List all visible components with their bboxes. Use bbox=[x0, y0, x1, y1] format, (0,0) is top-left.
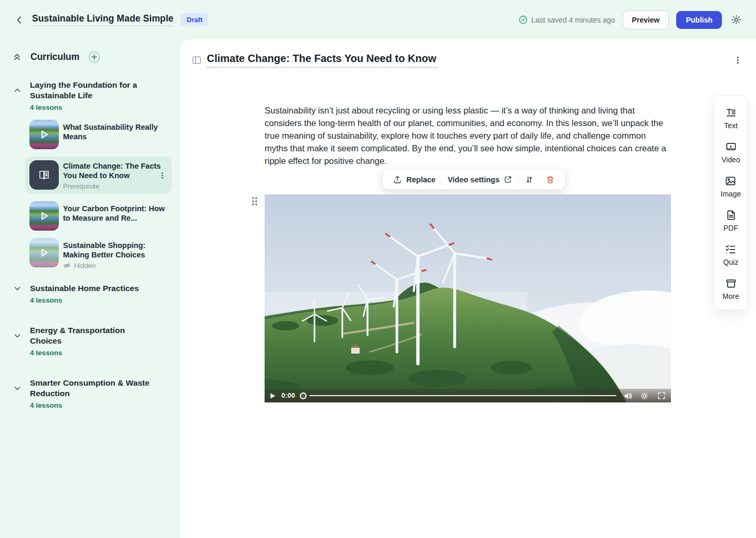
kebab-menu-icon bbox=[734, 56, 742, 64]
play-overlay-icon bbox=[29, 120, 59, 149]
pdf-block-icon bbox=[725, 209, 737, 221]
chevron-left-icon bbox=[15, 15, 24, 25]
sidebar-toggle-button[interactable] bbox=[190, 54, 203, 67]
curriculum-section: Sustainable Home Practices 4 lessons bbox=[13, 283, 172, 304]
lesson-hidden-status: Hidden bbox=[63, 262, 165, 270]
quiz-block-icon bbox=[724, 243, 737, 255]
lesson-title: Sustainable Shopping: Making Better Choi… bbox=[63, 241, 165, 260]
replace-label: Replace bbox=[406, 175, 436, 184]
palette-item-quiz[interactable]: Quiz bbox=[723, 243, 739, 266]
drag-dots-icon bbox=[251, 196, 258, 206]
palette-item-video[interactable]: Video bbox=[721, 141, 740, 164]
lesson-subtitle: Prerequisite bbox=[63, 182, 165, 190]
expand-section-button[interactable] bbox=[13, 384, 22, 393]
block-palette: Text Video Image PDF Quiz More bbox=[714, 95, 748, 310]
video-player[interactable]: 0:00 bbox=[265, 194, 671, 402]
palette-label: Video bbox=[721, 156, 740, 164]
eye-off-icon bbox=[63, 262, 71, 270]
fullscreen-button[interactable] bbox=[657, 391, 666, 400]
gear-icon bbox=[640, 391, 649, 400]
topbar-actions: Last saved 4 minutes ago Preview Publish bbox=[519, 11, 743, 29]
section-title: Sustainable Home Practices bbox=[30, 283, 151, 294]
gear-icon bbox=[731, 14, 742, 25]
lesson-paragraph[interactable]: Sustainability isn’t just about recyclin… bbox=[265, 104, 671, 167]
text-block-icon bbox=[725, 107, 737, 119]
lesson-menu-button[interactable] bbox=[158, 171, 166, 180]
chevron-down-icon bbox=[13, 384, 22, 392]
lesson-page-title[interactable]: Climate Change: The Facts You Need to Kn… bbox=[207, 53, 436, 68]
open-book-icon bbox=[37, 168, 51, 182]
lesson-video-thumbnail bbox=[29, 120, 59, 149]
play-icon bbox=[269, 392, 276, 399]
preview-button[interactable]: Preview bbox=[623, 11, 669, 29]
panel-toggle-icon bbox=[192, 55, 202, 65]
settings-button[interactable] bbox=[729, 13, 743, 27]
lesson-options-button[interactable] bbox=[733, 56, 742, 65]
sort-arrows-icon bbox=[524, 175, 534, 184]
palette-item-text[interactable]: Text bbox=[724, 107, 738, 130]
collapse-section-button[interactable] bbox=[13, 86, 22, 95]
status-badge: Draft bbox=[181, 13, 208, 26]
add-section-button[interactable] bbox=[88, 51, 100, 63]
lesson-subtitle: Hidden bbox=[74, 262, 96, 270]
lesson-item-selected[interactable]: Climate Change: The Facts You Need to Kn… bbox=[25, 157, 172, 194]
video-block-toolbar: Replace Video settings bbox=[382, 169, 565, 190]
play-overlay-icon bbox=[29, 201, 59, 231]
lesson-title: Climate Change: The Facts You Need to Kn… bbox=[63, 161, 165, 180]
volume-button[interactable] bbox=[623, 391, 632, 400]
save-status-text: Last saved 4 minutes ago bbox=[531, 16, 615, 24]
palette-label: Text bbox=[724, 121, 738, 130]
double-chevron-up-icon bbox=[13, 53, 22, 61]
lesson-item[interactable]: Your Carbon Footprint: How to Measure an… bbox=[29, 201, 172, 231]
trash-icon bbox=[545, 175, 555, 184]
volume-icon bbox=[623, 391, 632, 400]
curriculum-section: Smarter Consumption & Waste Reduction 4 … bbox=[13, 378, 172, 409]
section-lesson-count: 4 lessons bbox=[30, 401, 172, 409]
section-lesson-count: 4 lessons bbox=[30, 349, 172, 357]
section-header[interactable]: Smarter Consumption & Waste Reduction bbox=[13, 378, 172, 399]
palette-label: PDF bbox=[723, 224, 738, 232]
section-header[interactable]: Energy & Transportation Choices bbox=[13, 325, 172, 346]
chevron-up-icon bbox=[13, 86, 22, 95]
video-settings-label: Video settings bbox=[448, 175, 500, 184]
progress-track[interactable] bbox=[309, 395, 616, 396]
section-title: Energy & Transportation Choices bbox=[30, 325, 151, 346]
expand-section-button[interactable] bbox=[13, 332, 22, 340]
block-drag-handle[interactable] bbox=[251, 196, 258, 206]
lesson-item[interactable]: What Sustainability Really Means bbox=[29, 120, 172, 149]
section-title: Smarter Consumption & Waste Reduction bbox=[30, 378, 151, 399]
lesson-reading-tile bbox=[29, 160, 59, 190]
curriculum-section: Energy & Transportation Choices 4 lesson… bbox=[13, 325, 172, 357]
external-link-icon bbox=[503, 175, 512, 184]
check-circle-icon bbox=[519, 15, 528, 24]
section-header[interactable]: Sustainable Home Practices bbox=[13, 283, 172, 294]
publish-button[interactable]: Publish bbox=[676, 11, 722, 29]
course-title[interactable]: Sustainable Living Made Simple bbox=[32, 13, 173, 26]
video-settings-gear-button[interactable] bbox=[640, 391, 649, 400]
replace-video-button[interactable]: Replace bbox=[387, 170, 442, 189]
play-button[interactable] bbox=[269, 392, 277, 399]
chevron-down-icon bbox=[13, 284, 22, 293]
chevron-down-icon bbox=[13, 332, 22, 340]
delete-block-button[interactable] bbox=[540, 170, 561, 189]
back-button[interactable] bbox=[13, 14, 26, 26]
section-lesson-count: 4 lessons bbox=[30, 296, 172, 304]
expand-section-button[interactable] bbox=[13, 284, 22, 293]
scrubber-knob[interactable] bbox=[300, 392, 307, 399]
move-block-button[interactable] bbox=[519, 170, 540, 189]
palette-item-pdf[interactable]: PDF bbox=[723, 209, 738, 232]
curriculum-sidebar: Curriculum Laying the Foundation for a S… bbox=[0, 39, 180, 538]
palette-item-image[interactable]: Image bbox=[721, 175, 741, 198]
palette-item-more[interactable]: More bbox=[722, 277, 739, 301]
lesson-item-hidden[interactable]: Sustainable Shopping: Making Better Choi… bbox=[29, 238, 172, 270]
video-settings-button[interactable]: Video settings bbox=[442, 170, 519, 189]
section-header[interactable]: Laying the Foundation for a Sustainable … bbox=[13, 80, 172, 101]
palette-label: More bbox=[722, 292, 739, 301]
save-status: Last saved 4 minutes ago bbox=[519, 15, 615, 24]
upload-icon bbox=[393, 175, 402, 184]
curriculum-section: Laying the Foundation for a Sustainable … bbox=[13, 80, 172, 270]
collapse-all-button[interactable] bbox=[13, 53, 22, 61]
video-controls: 0:00 bbox=[265, 389, 671, 402]
video-block-icon bbox=[725, 141, 737, 153]
lesson-title: What Sustainability Really Means bbox=[63, 122, 165, 141]
